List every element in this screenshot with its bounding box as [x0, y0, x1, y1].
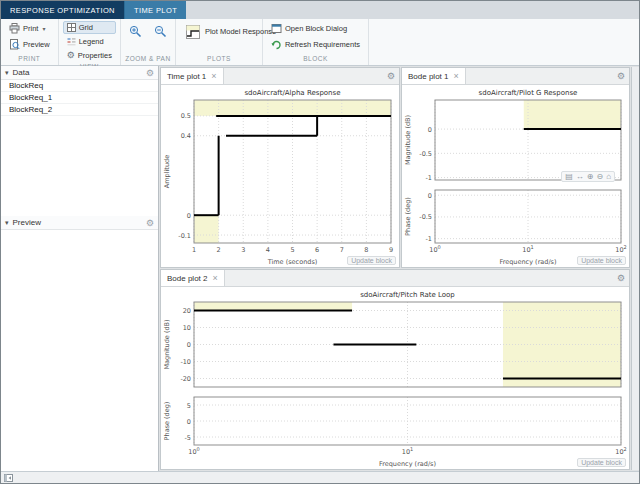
close-icon[interactable]: × [211, 71, 216, 81]
svg-text:-0.1: -0.1 [178, 232, 191, 240]
svg-text:4: 4 [266, 246, 270, 254]
svg-text:-10: -10 [180, 358, 191, 366]
group-label-print: PRINT [5, 54, 54, 65]
tab-label: TIME PLOT [134, 6, 177, 15]
zoom-in-button[interactable] [125, 23, 146, 40]
svg-text:3: 3 [241, 246, 245, 254]
svg-text:0: 0 [187, 418, 191, 426]
zoom-out-button[interactable] [150, 23, 171, 40]
bode-plot-1-panel: Bode plot 1 × ⚙ 0-0.5-1sdoAircraft/Pilot… [401, 67, 630, 268]
pan-icon[interactable]: ↔ [575, 172, 585, 181]
svg-text:8: 8 [364, 246, 368, 254]
tab-time-plot-1[interactable]: Time plot 1 × [161, 68, 224, 84]
home-icon[interactable]: ⌂ [605, 172, 612, 181]
tab-bode-plot-2[interactable]: Bode plot 2 × [161, 270, 225, 286]
svg-text:sdoAircraft/Alpha Response: sdoAircraft/Alpha Response [244, 89, 340, 97]
sidebar-item-blockreq-2[interactable]: BlockReq_2 [1, 104, 158, 116]
bode2-phase-canvas: 50-5100101102Frequency (rad/s)Phase (deg… [161, 392, 629, 469]
gear-icon[interactable]: ⚙ [383, 71, 399, 81]
zoom-out-icon[interactable]: ⊖ [595, 172, 604, 181]
update-block-link[interactable]: Update block [577, 256, 626, 265]
legend-toggle-button[interactable]: Legend [63, 35, 116, 48]
group-label-block: BLOCK [267, 54, 364, 65]
svg-text:0.5: 0.5 [181, 112, 191, 120]
item-label: BlockReq [9, 81, 43, 90]
panel-tabbar: Bode plot 1 × ⚙ [402, 68, 629, 85]
tab-label: Bode plot 1 [408, 72, 448, 81]
tab-time-plot[interactable]: TIME PLOT [124, 1, 186, 19]
gear-icon[interactable]: ⚙ [613, 273, 629, 283]
dock-toggle-icon[interactable] [4, 474, 13, 482]
svg-text:1: 1 [192, 246, 196, 254]
svg-text:Magnitude (dB): Magnitude (dB) [163, 319, 171, 369]
svg-text:-0.5: -0.5 [419, 213, 432, 221]
preview-button[interactable]: Preview [5, 37, 54, 52]
close-icon[interactable]: × [212, 273, 217, 283]
zoom-out-icon [154, 25, 167, 38]
svg-text:101: 101 [402, 446, 413, 456]
collapse-icon: ▾ [5, 219, 9, 227]
gear-icon[interactable]: ⚙ [146, 218, 154, 228]
preview-section-header[interactable]: ▾ Preview ⚙ [1, 216, 158, 230]
toolstrip-tabs: RESPONSE OPTIMIZATION TIME PLOT [1, 1, 639, 19]
grid-label: Grid [79, 23, 93, 32]
grid-toggle-button[interactable]: Grid [63, 21, 116, 34]
properties-button[interactable]: ⚙ Properties [63, 49, 116, 62]
svg-text:6: 6 [315, 246, 319, 254]
plot-model-response-button[interactable]: Plot Model Response [180, 21, 258, 43]
svg-text:100: 100 [188, 446, 199, 456]
panel-tabbar: Bode plot 2 × ⚙ [161, 270, 629, 287]
bode1-magnitude-canvas: 0-0.5-1sdoAircraft/Pilot G ResponseMagni… [402, 85, 629, 185]
preview-label: Preview [23, 40, 50, 49]
svg-text:sdoAircraft/Pilot G Response: sdoAircraft/Pilot G Response [479, 89, 578, 97]
open-block-dialog-button[interactable]: Open Block Dialog [267, 21, 364, 36]
toolbar-group-print: Print ▾ Preview PRINT [1, 19, 59, 65]
svg-text:5: 5 [187, 402, 191, 410]
svg-text:102: 102 [615, 446, 626, 456]
svg-text:10: 10 [183, 324, 191, 332]
svg-text:102: 102 [615, 244, 626, 254]
printer-icon [9, 23, 20, 34]
grid-icon [67, 23, 76, 32]
refresh-requirements-button[interactable]: Refresh Requirements [267, 37, 364, 52]
collapse-icon: ▾ [5, 69, 9, 77]
panel-tabbar: Time plot 1 × ⚙ [161, 68, 399, 85]
svg-text:Frequency (rad/s): Frequency (rad/s) [499, 258, 556, 266]
dropdown-arrow-icon: ▾ [42, 25, 45, 32]
preview-icon [9, 39, 20, 50]
tab-bode-plot-1[interactable]: Bode plot 1 × [402, 68, 466, 84]
svg-text:-5: -5 [185, 434, 191, 442]
svg-text:sdoAircraft/Pitch Rate Loop: sdoAircraft/Pitch Rate Loop [360, 291, 455, 299]
bode-plot-2-panel: Bode plot 2 × ⚙ 20100-10-20sdoAircraft/P… [160, 269, 630, 470]
refresh-requirements-label: Refresh Requirements [285, 40, 360, 49]
svg-text:Amplitude: Amplitude [163, 155, 171, 188]
svg-text:2: 2 [217, 246, 221, 254]
gear-icon[interactable]: ⚙ [146, 68, 154, 78]
close-icon[interactable]: × [453, 71, 458, 81]
preview-section-title: Preview [13, 218, 41, 227]
time-plot-canvas: -0.100.40.5123456789sdoAircraft/Alpha Re… [161, 85, 399, 267]
update-block-link[interactable]: Update block [577, 458, 626, 467]
bode2-magnitude-canvas: 20100-10-20sdoAircraft/Pitch Rate LoopMa… [161, 287, 629, 392]
zoom-in-icon[interactable]: ⊕ [586, 172, 595, 181]
browser-sidebar: ▾ Data ⚙ BlockReq BlockReq_1 BlockReq_2 … [1, 66, 159, 471]
dock-scrollbar[interactable] [631, 67, 639, 470]
svg-text:Phase (deg): Phase (deg) [163, 402, 171, 441]
response-optimization-window: RESPONSE OPTIMIZATION TIME PLOT Print ▾ [0, 0, 640, 484]
data-section-header[interactable]: ▾ Data ⚙ [1, 66, 158, 80]
toolbar-group-zoom-pan: ZOOM & PAN [121, 19, 176, 65]
tab-label: RESPONSE OPTIMIZATION [10, 6, 115, 15]
update-block-link[interactable]: Update block [347, 256, 396, 265]
sidebar-item-blockreq[interactable]: BlockReq [1, 80, 158, 92]
refresh-icon [271, 39, 282, 50]
print-label: Print [23, 24, 38, 33]
tab-response-optimization[interactable]: RESPONSE OPTIMIZATION [1, 1, 124, 19]
plot-model-response-label: Plot Model Response [205, 28, 253, 37]
preview-empty-area [1, 230, 158, 471]
print-button[interactable]: Print ▾ [5, 21, 54, 36]
export-icon[interactable]: ▤ [564, 172, 574, 181]
svg-text:0: 0 [428, 126, 432, 134]
sidebar-item-blockreq-1[interactable]: BlockReq_1 [1, 92, 158, 104]
data-section-title: Data [13, 68, 30, 77]
gear-icon[interactable]: ⚙ [613, 71, 629, 81]
